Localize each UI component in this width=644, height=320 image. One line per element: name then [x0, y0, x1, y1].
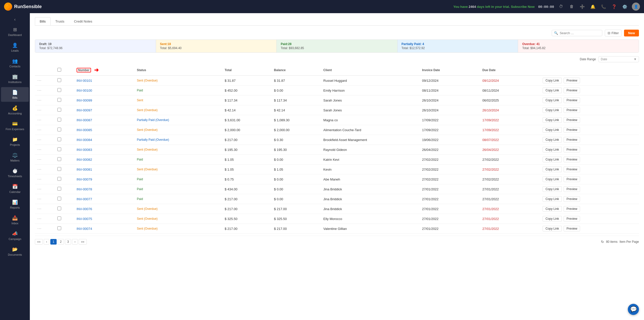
row-dots-menu[interactable]: ···: [37, 167, 41, 171]
row-dots-menu[interactable]: ···: [37, 226, 41, 231]
row-dots-menu[interactable]: ···: [37, 108, 41, 112]
row-checkbox[interactable]: [57, 197, 61, 201]
sidebar-collapse-button[interactable]: ‹: [0, 15, 30, 24]
add-icon[interactable]: ➕: [579, 3, 586, 10]
sidebar-item-timesheets[interactable]: ⏱️ Timesheets: [1, 166, 29, 180]
avatar[interactable]: 👤: [632, 3, 640, 11]
page-prev-button[interactable]: ‹: [44, 239, 49, 245]
sidebar-item-institutions[interactable]: 🏢 Institutions: [1, 71, 29, 86]
invoice-number-link[interactable]: INV-00081: [77, 168, 92, 171]
copy-link-button[interactable]: Copy Link: [543, 186, 562, 192]
row-checkbox[interactable]: [57, 88, 61, 92]
row-checkbox[interactable]: [57, 78, 61, 82]
row-dots-menu[interactable]: ···: [37, 207, 41, 211]
row-checkbox[interactable]: [57, 98, 61, 102]
date-range-select[interactable]: Date ▼: [598, 56, 639, 62]
row-checkbox[interactable]: [57, 128, 61, 131]
row-checkbox[interactable]: [57, 187, 61, 191]
row-checkbox[interactable]: [57, 226, 61, 230]
preview-button[interactable]: Preview: [564, 186, 580, 192]
sidebar-item-reports[interactable]: 📊 Reports: [1, 197, 29, 212]
invoice-number-link[interactable]: INV-00097: [77, 108, 92, 112]
invoice-number-link[interactable]: INV-00100: [77, 89, 92, 92]
copy-link-button[interactable]: Copy Link: [543, 147, 562, 152]
row-dots-menu[interactable]: ···: [37, 98, 41, 102]
preview-button[interactable]: Preview: [564, 196, 580, 202]
tab-bills[interactable]: Bills: [35, 17, 51, 25]
row-dots-menu[interactable]: ···: [37, 177, 41, 181]
help-icon[interactable]: ❓: [611, 3, 618, 10]
row-dots-menu[interactable]: ···: [37, 197, 41, 201]
preview-button[interactable]: Preview: [564, 117, 580, 123]
sidebar-item-campaign[interactable]: 📣 Campaign: [1, 228, 29, 243]
sidebar-item-matters[interactable]: ⚖️ Matters: [1, 150, 29, 165]
row-checkbox[interactable]: [57, 177, 61, 181]
row-checkbox[interactable]: [57, 216, 61, 220]
row-dots-menu[interactable]: ···: [37, 187, 41, 191]
invoice-number-link[interactable]: INV-00084: [77, 138, 92, 142]
invoice-number-link[interactable]: INV-00078: [77, 187, 92, 191]
sidebar-item-leads[interactable]: 👤 Leads: [1, 40, 29, 55]
preview-button[interactable]: Preview: [564, 127, 580, 133]
page-3-button[interactable]: 3: [65, 239, 71, 245]
sidebar-item-projects[interactable]: 📁 Projects: [1, 134, 29, 149]
page-first-button[interactable]: ««: [35, 239, 43, 245]
row-dots-menu[interactable]: ···: [37, 216, 41, 221]
phone-icon[interactable]: 📞: [600, 3, 607, 10]
row-checkbox[interactable]: [57, 137, 61, 141]
preview-button[interactable]: Preview: [564, 176, 580, 182]
timer-icon[interactable]: ⏱: [558, 3, 565, 10]
row-dots-menu[interactable]: ···: [37, 128, 41, 132]
page-2-button[interactable]: 2: [58, 239, 64, 245]
sidebar-item-calendar[interactable]: 📅 Calendar: [1, 181, 29, 196]
copy-link-button[interactable]: Copy Link: [543, 167, 562, 172]
preview-button[interactable]: Preview: [564, 206, 580, 212]
stat-card-draft[interactable]: Draft: 19 Total: $72,748.96: [35, 40, 156, 52]
row-dots-menu[interactable]: ···: [37, 118, 41, 122]
preview-button[interactable]: Preview: [564, 97, 580, 103]
row-checkbox[interactable]: [57, 157, 61, 161]
copy-link-button[interactable]: Copy Link: [543, 78, 562, 83]
preview-button[interactable]: Preview: [564, 107, 580, 113]
sidebar-item-firm-expenses[interactable]: 💳 Firm Expenses: [1, 118, 29, 133]
copy-link-button[interactable]: Copy Link: [543, 127, 562, 133]
tab-credit-notes[interactable]: Credit Notes: [69, 17, 97, 25]
copy-link-button[interactable]: Copy Link: [543, 216, 562, 222]
refresh-icon[interactable]: ↻: [601, 240, 604, 244]
copy-link-button[interactable]: Copy Link: [543, 88, 562, 93]
filter-button[interactable]: ⊟ Filter: [605, 30, 621, 36]
copy-link-button[interactable]: Copy Link: [543, 206, 562, 212]
invoice-number-link[interactable]: INV-00087: [77, 118, 92, 122]
preview-button[interactable]: Preview: [564, 226, 580, 231]
sidebar-item-contacts[interactable]: 👥 Contacts: [1, 56, 29, 70]
stat-card-paid[interactable]: Paid:28 Total: $93,682.85: [277, 40, 397, 52]
row-dots-menu[interactable]: ···: [37, 88, 41, 92]
row-checkbox[interactable]: [57, 147, 61, 151]
invoice-number-link[interactable]: INV-00101: [77, 79, 92, 83]
trash-icon[interactable]: 🗑: [568, 3, 575, 10]
preview-button[interactable]: Preview: [564, 167, 580, 172]
invoice-number-link[interactable]: INV-00075: [77, 217, 92, 221]
search-box[interactable]: 🔍: [552, 30, 602, 36]
logo[interactable]: 🔶 RunSensible: [4, 3, 42, 11]
sidebar-item-inbox[interactable]: 📥 Inbox: [1, 213, 29, 227]
sidebar-item-accounting[interactable]: 💰 Accounting: [1, 103, 29, 117]
copy-link-button[interactable]: Copy Link: [543, 137, 562, 143]
copy-link-button[interactable]: Copy Link: [543, 196, 562, 202]
search-input[interactable]: [560, 31, 600, 35]
settings-icon[interactable]: ⚙️: [621, 3, 628, 10]
copy-link-button[interactable]: Copy Link: [543, 117, 562, 123]
row-checkbox[interactable]: [57, 118, 61, 122]
row-dots-menu[interactable]: ···: [37, 157, 41, 162]
row-checkbox[interactable]: [57, 167, 61, 171]
row-checkbox[interactable]: [57, 207, 61, 210]
preview-button[interactable]: Preview: [564, 147, 580, 152]
page-last-button[interactable]: »»: [79, 239, 86, 245]
sidebar-item-documents[interactable]: 📂 Documents: [1, 244, 29, 259]
preview-button[interactable]: Preview: [564, 157, 580, 162]
subscribe-link[interactable]: Subscribe Now: [511, 5, 535, 9]
row-checkbox[interactable]: [57, 108, 61, 112]
chat-bubble[interactable]: 💬: [628, 304, 639, 315]
invoice-number-link[interactable]: INV-00082: [77, 158, 92, 162]
copy-link-button[interactable]: Copy Link: [543, 157, 562, 162]
